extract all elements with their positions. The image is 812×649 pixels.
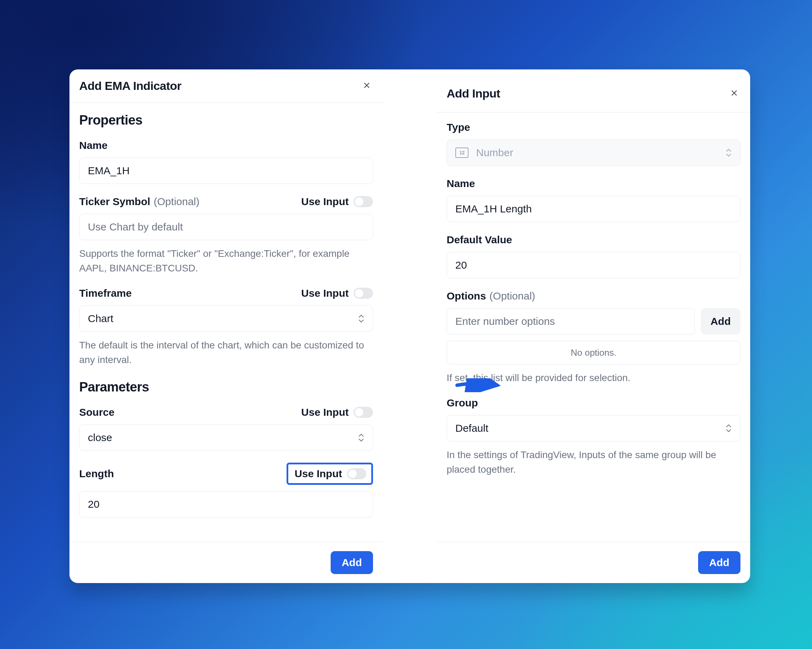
add-button[interactable]: Add [698, 551, 740, 574]
input-name-input[interactable]: EMA_1H Length [447, 196, 740, 222]
panel-body: Properties Name EMA_1H Ticker Symbol(Opt… [69, 102, 383, 527]
ticker-input[interactable]: Use Chart by default [79, 214, 373, 240]
options-add-button[interactable]: Add [701, 308, 740, 335]
timeframe-use-input-toggle[interactable] [354, 288, 373, 299]
length-field: Length Use Input 20 [79, 463, 373, 518]
default-value-field: Default Value 20 [447, 234, 740, 278]
panel-header: Add Input [437, 69, 750, 113]
use-input-label: Use Input [301, 287, 349, 299]
name-input[interactable]: EMA_1H [79, 158, 373, 184]
select-value: close [88, 432, 112, 443]
timeframe-field: Timeframe Use Input Chart [79, 287, 373, 367]
help-text: In the settings of TradingView, Inputs o… [447, 448, 740, 477]
section-heading: Properties [79, 113, 373, 128]
optional-tag: (Optional) [489, 290, 535, 302]
ticker-use-input-toggle[interactable] [354, 196, 373, 207]
source-use-input-toggle[interactable] [354, 407, 373, 418]
group-field: Group Default In the settings of Trading… [447, 397, 740, 477]
options-input[interactable]: Enter number options [447, 308, 694, 335]
field-label: Default Value [447, 234, 512, 246]
add-ema-indicator-panel: Add EMA Indicator Properties Name [69, 69, 383, 583]
close-button[interactable] [360, 80, 373, 92]
field-label: Source [79, 407, 114, 418]
type-select[interactable]: Number [447, 140, 740, 166]
input-value: EMA_1H [88, 165, 130, 177]
default-value-input[interactable]: 20 [447, 252, 740, 278]
field-label: Timeframe [79, 287, 131, 299]
placeholder-text: Use Chart by default [88, 221, 183, 233]
chevron-updown-icon [358, 314, 364, 323]
type-field: Type Number [447, 122, 740, 166]
panel-footer: Add [69, 542, 383, 583]
field-label: Length [79, 468, 114, 480]
chevron-updown-icon [725, 149, 732, 157]
panel-body: Type Number Na [437, 111, 750, 487]
placeholder-text: Enter number options [455, 315, 555, 327]
panel-title: Add Input [447, 87, 500, 100]
options-empty: No options. [447, 341, 740, 364]
help-text: The default is the interval of the chart… [79, 338, 373, 367]
length-input[interactable]: 20 [79, 491, 373, 518]
use-input-toggle-row: Use Input [301, 287, 373, 299]
use-input-label: Use Input [295, 468, 342, 480]
optional-tag: (Optional) [154, 196, 200, 207]
options-field: Options(Optional) Enter number options A… [447, 290, 740, 385]
select-value: Number [476, 147, 513, 158]
input-name-field: Name EMA_1H Length [447, 178, 740, 222]
length-use-input-toggle[interactable] [347, 468, 366, 479]
field-label: Name [447, 178, 475, 189]
field-label: Ticker Symbol(Optional) [79, 196, 199, 207]
close-button[interactable] [728, 87, 740, 100]
panel-header: Add EMA Indicator [69, 69, 383, 103]
select-value: Chart [88, 313, 113, 324]
input-value: EMA_1H Length [455, 203, 532, 215]
use-input-label: Use Input [301, 196, 349, 207]
section-heading: Parameters [79, 380, 373, 395]
field-label: Group [447, 397, 478, 409]
use-input-toggle-row: Use Input [301, 196, 373, 207]
timeframe-select[interactable]: Chart [79, 305, 373, 332]
close-icon [363, 81, 371, 91]
close-icon [730, 89, 738, 99]
add-button[interactable]: Add [331, 551, 373, 574]
input-value: 20 [88, 498, 99, 510]
properties-section: Properties Name EMA_1H Ticker Symbol(Opt… [79, 113, 373, 367]
input-value: 20 [455, 259, 467, 271]
field-label: Type [447, 122, 470, 133]
source-select[interactable]: close [79, 425, 373, 451]
field-label: Options(Optional) [447, 290, 535, 302]
arrow-right-icon [455, 378, 504, 393]
panel-footer: Add [437, 542, 750, 583]
use-input-label: Use Input [301, 407, 349, 418]
panel-title: Add EMA Indicator [79, 79, 181, 93]
select-value: Default [455, 422, 488, 434]
group-select[interactable]: Default [447, 415, 740, 442]
use-input-toggle-row: Use Input [301, 407, 373, 418]
ticker-field: Ticker Symbol(Optional) Use Input Use Ch… [79, 196, 373, 276]
number-type-icon [455, 148, 469, 158]
modals-container: Add EMA Indicator Properties Name [69, 69, 750, 583]
help-text: Supports the format "Ticker" or "Exchang… [79, 247, 373, 276]
chevron-updown-icon [725, 424, 732, 433]
add-input-panel: Add Input Type Number [437, 69, 750, 583]
name-field: Name EMA_1H [79, 140, 373, 184]
source-field: Source Use Input close [79, 407, 373, 451]
field-label: Name [79, 140, 108, 151]
use-input-highlighted: Use Input [287, 463, 373, 485]
chevron-updown-icon [358, 433, 364, 442]
parameters-section: Parameters Source Use Input close [79, 380, 373, 518]
